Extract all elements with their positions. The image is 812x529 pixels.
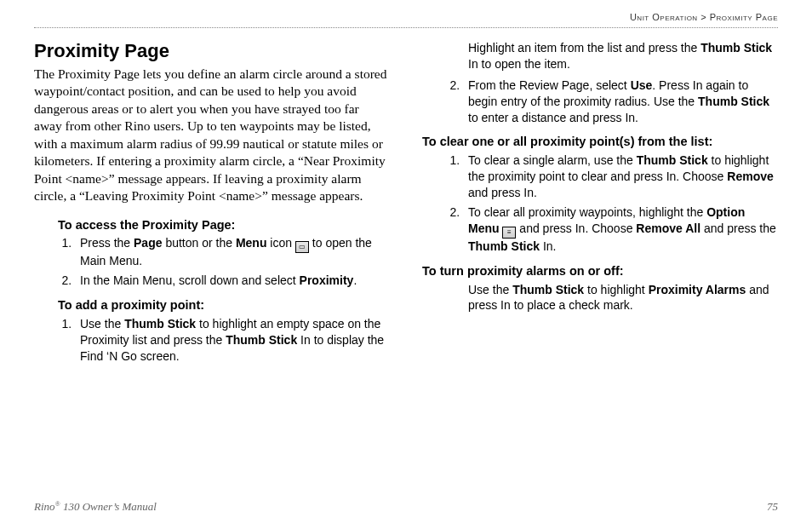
add-steps: Use the Thumb Stick to highlight an empt… xyxy=(75,316,390,365)
manual-label: 130 Owner’s Manual xyxy=(60,500,157,513)
column-left: Proximity Page The Proximity Page lets y… xyxy=(34,40,390,373)
text: Highlight an item from the list and pres… xyxy=(468,41,700,55)
bold-thumbstick: Thumb Stick xyxy=(124,317,196,331)
list-item: To clear a single alarm, use the Thumb S… xyxy=(463,152,778,201)
intro-paragraph: The Proximity Page lets you define an al… xyxy=(34,66,390,205)
text: Press the xyxy=(80,236,134,250)
bold-remove-all: Remove All xyxy=(636,221,700,235)
bold-proximity-alarms: Proximity Alarms xyxy=(649,283,746,296)
bold-thumbstick: Thumb Stick xyxy=(637,153,708,167)
breadcrumb: Unit Operation > Proximity Page xyxy=(34,9,778,27)
column-right: Highlight an item from the list and pres… xyxy=(422,40,778,373)
bold-proximity: Proximity xyxy=(300,273,354,287)
heading-toggle: To turn proximity alarms on or off: xyxy=(422,263,778,279)
text: In. xyxy=(540,239,556,253)
bold-thumbstick: Thumb Stick xyxy=(226,333,297,347)
page-title: Proximity Page xyxy=(34,40,390,62)
heading-clear: To clear one or all proximity point(s) f… xyxy=(422,134,778,150)
text: . xyxy=(353,273,357,287)
list-item: In the Main Menu, scroll down and select… xyxy=(75,273,390,289)
header-divider xyxy=(34,27,778,28)
bold-use: Use xyxy=(631,78,653,92)
list-item: Press the Page button or the Menu icon ▭… xyxy=(75,235,390,269)
access-steps: Press the Page button or the Menu icon ▭… xyxy=(75,235,390,289)
text: and press In. Choose xyxy=(516,221,636,235)
bold-remove: Remove xyxy=(727,170,773,183)
bold-menu: Menu xyxy=(236,236,267,250)
text: Use the xyxy=(468,283,512,296)
text: to enter a distance and press In. xyxy=(468,111,638,124)
page-columns: Proximity Page The Proximity Page lets y… xyxy=(34,40,778,373)
option-menu-icon: ≡ xyxy=(502,227,516,239)
bold-page: Page xyxy=(134,236,162,250)
toggle-body: Use the Thumb Stick to highlight Proximi… xyxy=(468,282,778,314)
page-number: 75 xyxy=(767,500,778,514)
text: From the Review Page, select xyxy=(468,78,631,92)
text: To clear a single alarm, use the xyxy=(468,153,637,167)
text: and press the xyxy=(700,221,776,235)
text: In the Main Menu, scroll down and select xyxy=(80,273,300,287)
list-item: To clear all proximity waypoints, highli… xyxy=(463,204,778,255)
heading-add: To add a proximity point: xyxy=(58,297,390,313)
breadcrumb-page: Proximity Page xyxy=(710,12,778,22)
add-steps-cont: From the Review Page, select Use. Press … xyxy=(463,78,778,126)
page-footer: Rino® 130 Owner’s Manual 75 xyxy=(34,500,778,514)
breadcrumb-sep: > xyxy=(698,12,710,22)
bold-thumbstick: Thumb Stick xyxy=(468,239,540,253)
menu-icon: ▭ xyxy=(295,241,309,253)
bold-thumbstick: Thumb Stick xyxy=(700,41,772,55)
text: button or the xyxy=(163,236,236,250)
product-name: Rino xyxy=(34,500,55,513)
text: In to open the item. xyxy=(468,57,570,71)
text: Use the xyxy=(80,317,124,331)
heading-access: To access the Proximity Page: xyxy=(58,217,390,233)
footer-left: Rino® 130 Owner’s Manual xyxy=(34,500,157,514)
text: and press In. xyxy=(468,186,537,199)
bold-thumbstick: Thumb Stick xyxy=(512,283,584,296)
list-item: Use the Thumb Stick to highlight an empt… xyxy=(75,316,390,365)
list-item: From the Review Page, select Use. Press … xyxy=(463,78,778,126)
text: To clear all proximity waypoints, highli… xyxy=(468,205,706,219)
clear-steps: To clear a single alarm, use the Thumb S… xyxy=(463,152,778,254)
text: to highlight xyxy=(584,283,649,296)
text: icon xyxy=(266,236,294,250)
breadcrumb-section: Unit Operation xyxy=(630,12,698,22)
bold-thumbstick: Thumb Stick xyxy=(698,95,769,108)
add-step1-continuation: Highlight an item from the list and pres… xyxy=(468,40,778,72)
